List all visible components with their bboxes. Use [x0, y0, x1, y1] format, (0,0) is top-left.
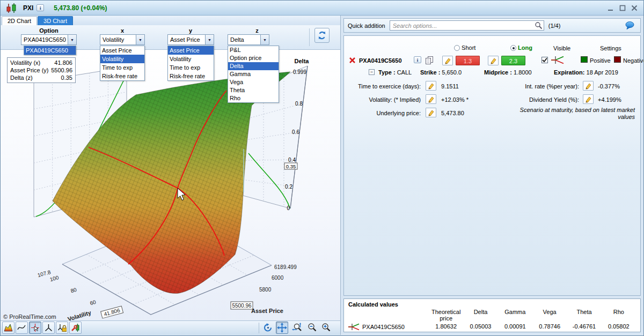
colored-surface-icon	[4, 323, 13, 332]
zoom-in-button[interactable]	[320, 322, 332, 334]
tooltip-value: 0.35	[61, 74, 72, 81]
chevron-down-icon[interactable]: ▼	[205, 35, 214, 44]
dropdown-item[interactable]: Risk-free rate	[168, 72, 214, 80]
dropdown-item[interactable]: Volatility	[100, 55, 144, 63]
option-row: PXA0419C5650 i 1.3	[344, 55, 640, 67]
symbol-price-change: 5,473.80 (+0.04%)	[54, 4, 107, 12]
short-quantity-button[interactable]: 1.3	[456, 56, 480, 65]
dropdown-item[interactable]: P&L	[228, 46, 279, 54]
short-radio[interactable]: Short	[454, 44, 475, 51]
cursor-crosshair-icon	[31, 323, 40, 332]
dropdown-item[interactable]: Gamma	[228, 70, 279, 78]
visible-checkbox[interactable]	[541, 57, 548, 63]
dropdown-item[interactable]: Delta	[228, 62, 279, 70]
chart-settings-button[interactable]	[69, 322, 82, 334]
search-icon[interactable]	[535, 21, 543, 29]
header-separator	[309, 28, 310, 46]
3d-axes-icon	[44, 323, 53, 332]
chevron-down-icon[interactable]: ▼	[136, 35, 144, 44]
type-label: Type :	[378, 69, 396, 76]
dropdown-item[interactable]: Time to exp	[168, 63, 214, 72]
pencil-icon	[427, 82, 435, 89]
option-select-dropdown: PXA0419C5650	[24, 46, 76, 55]
zoom-window-button[interactable]	[291, 322, 303, 334]
chart-panel: 2D Chart 3D Chart Option x y z PXA0419C5…	[1, 16, 340, 335]
surface-mode-button[interactable]	[2, 322, 14, 334]
long-quantity-button[interactable]: 2.3	[501, 56, 525, 65]
dropdown-item[interactable]: Option price	[228, 54, 279, 62]
long-radio[interactable]: Long	[510, 44, 532, 51]
dropdown-item[interactable]: Volatility	[168, 55, 214, 63]
line-curve-icon	[17, 323, 26, 332]
dropdown-item[interactable]: Vega	[228, 78, 279, 86]
speech-bubble-icon[interactable]	[625, 21, 634, 29]
crosshair-tool-button[interactable]	[29, 322, 41, 334]
symbol-info-icon[interactable]: i	[36, 4, 44, 11]
delete-option-icon[interactable]	[349, 57, 356, 64]
dropdown-item[interactable]: PXA0419C5650	[24, 46, 76, 55]
title-bar: PXI i 5,473.80 (+0.04%)	[1, 1, 643, 16]
negative-color-swatch[interactable]	[614, 56, 621, 63]
edit-volatility-button[interactable]	[426, 94, 436, 104]
positive-color-swatch[interactable]	[581, 56, 588, 63]
y-select-dropdown: Asset Price Volatility Time to exp Risk-…	[167, 46, 214, 81]
search-input[interactable]	[390, 20, 544, 31]
rotate-arrow-icon	[263, 323, 273, 333]
edit-rate-button[interactable]	[583, 81, 594, 91]
z-axis-select[interactable]: Delta ▼	[228, 34, 269, 45]
tooltip-value: 5500.96	[51, 67, 72, 73]
tab-2d-chart[interactable]: 2D Chart	[2, 16, 37, 25]
option-position-section: Short Long Visible Settings PXA0419C5650…	[343, 35, 641, 296]
long-label: Long	[518, 44, 532, 51]
option-select[interactable]: PXA0419C5650 ▼	[21, 34, 77, 45]
refresh-button[interactable]	[314, 28, 330, 43]
quick-addition-label: Quick addition	[348, 23, 385, 29]
volatility-value: +12.03% *	[441, 96, 469, 103]
radio-icon[interactable]	[454, 45, 460, 51]
dropdown-item[interactable]: Asset Price	[100, 46, 144, 55]
chevron-down-icon[interactable]: ▼	[68, 35, 76, 44]
tooltip-label: Delta (z)	[10, 74, 33, 81]
dropdown-item[interactable]: Theta	[228, 86, 279, 94]
collapse-icon[interactable]: −	[369, 69, 375, 75]
y-axis-select[interactable]: Asset Price ▼	[167, 34, 214, 45]
window-controls	[606, 4, 638, 12]
option-info-icon[interactable]: i	[414, 56, 421, 63]
chevron-down-icon[interactable]: ▼	[260, 35, 269, 44]
underlying-value: 5,473.80	[441, 110, 464, 116]
dropdown-item[interactable]: Risk-free rate	[100, 72, 144, 80]
edit-short-qty-button[interactable]	[442, 56, 453, 65]
x-axis-select[interactable]: Volatility ▼	[100, 34, 145, 45]
lock-axes-button[interactable]	[56, 322, 68, 334]
zoom-out-button[interactable]	[306, 322, 318, 334]
edit-time-button[interactable]	[426, 81, 436, 91]
rotate-view-button[interactable]	[262, 322, 274, 334]
pan-view-button[interactable]	[276, 322, 288, 334]
close-icon[interactable]	[630, 4, 638, 12]
scenario-note-line1: Scenario at maturity, based on latest ma…	[474, 107, 635, 114]
tooltip-label: Asset Price (y)	[10, 67, 49, 73]
radio-selected-icon[interactable]	[510, 45, 516, 51]
minimize-icon[interactable]	[606, 4, 614, 12]
pencil-icon	[584, 95, 592, 103]
tab-3d-chart[interactable]: 3D Chart	[38, 16, 73, 25]
dropdown-item[interactable]: Time to exp	[100, 63, 144, 72]
calc-gamma: 0.00091	[498, 323, 532, 331]
cursor-tooltip: Volatility (x)41.806 Asset Price (y)5500…	[7, 57, 76, 83]
calc-row-name-cell: PXA0419C5650	[348, 323, 429, 331]
maximize-icon[interactable]	[618, 4, 626, 12]
chart-3d-canvas[interactable]: Delta 0.999 0.8 0.6 0.4 0.2 0 0.35 107.8…	[1, 50, 340, 320]
calculated-values-title: Calculated values	[348, 301, 636, 308]
edit-underlying-button[interactable]	[426, 108, 436, 117]
payoff-curve-icon[interactable]	[551, 55, 565, 65]
strike-value: 5,650.0	[442, 69, 462, 76]
dropdown-item[interactable]: Asset Price	[168, 46, 214, 55]
axes-button[interactable]	[42, 322, 55, 334]
edit-dividend-button[interactable]	[583, 94, 594, 104]
dropdown-item[interactable]: Rho	[228, 94, 279, 102]
edit-long-qty-button[interactable]	[488, 56, 499, 65]
copy-option-icon[interactable]	[425, 56, 434, 65]
z-cursor-value: 0.35	[286, 163, 296, 169]
curve-mode-button[interactable]	[16, 322, 28, 334]
underlying-label: Underlying price:	[344, 110, 421, 116]
